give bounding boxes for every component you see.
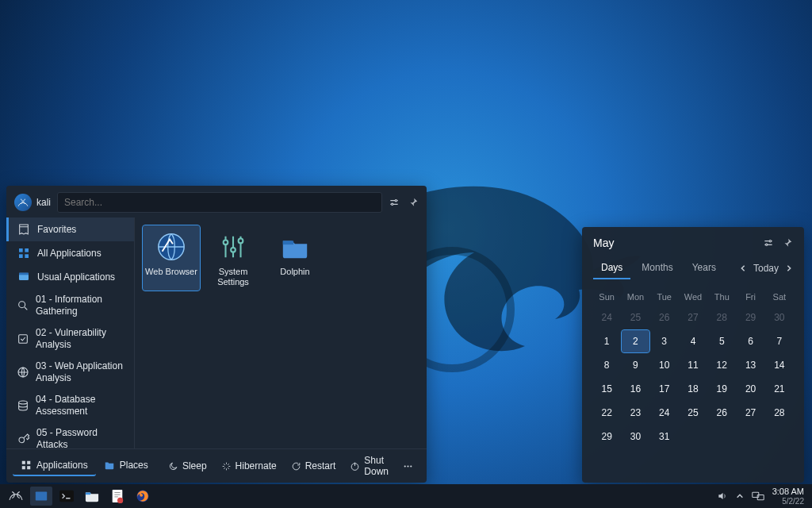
calendar-day[interactable]: 31 — [651, 425, 678, 448]
start-menu-footer: ApplicationsPlacesSleepHibernateRestartS… — [6, 448, 427, 483]
today-button[interactable]: Today — [753, 263, 779, 274]
taskbar-show-desktop[interactable] — [30, 487, 52, 506]
calendar-day[interactable]: 30 — [766, 306, 793, 329]
calendar-day[interactable]: 24 — [593, 306, 620, 329]
sidebar-item-icon — [17, 222, 31, 237]
calendar-day[interactable]: 26 — [651, 306, 678, 329]
start-menu-content: Web BrowserSystem SettingsDolphin — [135, 217, 427, 448]
svg-rect-8 — [19, 273, 29, 275]
pin-icon[interactable] — [408, 197, 419, 208]
svg-point-31 — [769, 241, 771, 242]
calendar-day[interactable]: 6 — [737, 330, 764, 352]
calendar-day[interactable]: 4 — [680, 330, 707, 352]
calendar-day[interactable]: 13 — [737, 354, 764, 376]
calendar-day[interactable]: 25 — [622, 306, 649, 329]
sidebar-item[interactable]: 03 - Web Application Analysis — [6, 356, 134, 389]
calendar-day[interactable]: 9 — [622, 354, 649, 376]
sidebar-item[interactable]: All Applications — [6, 241, 134, 265]
svg-point-28 — [404, 465, 406, 467]
tray-clock[interactable]: 3:08 AM 5/2/22 — [772, 487, 804, 505]
taskbar-firefox[interactable] — [132, 487, 154, 506]
calendar-day[interactable]: 28 — [766, 402, 793, 424]
sidebar-item[interactable]: Usual Applications — [6, 265, 134, 289]
calendar-day[interactable]: 15 — [593, 378, 620, 400]
calendar-day[interactable]: 28 — [708, 306, 735, 329]
calendar-day[interactable]: 14 — [766, 354, 793, 376]
calendar-day[interactable]: 24 — [651, 402, 678, 424]
chevron-right-icon[interactable] — [785, 264, 793, 272]
sidebar-item-icon — [17, 398, 29, 413]
more-icon[interactable] — [396, 459, 420, 474]
calendar-day[interactable]: 25 — [680, 402, 707, 424]
power-button[interactable]: Sleep — [161, 458, 214, 474]
start-menu-sidebar: FavoritesAll ApplicationsUsual Applicati… — [6, 217, 135, 448]
calendar-day[interactable]: 23 — [622, 402, 649, 424]
settings-icon[interactable] — [763, 237, 774, 248]
calendar-tab[interactable]: Years — [684, 257, 724, 279]
power-label: Sleep — [182, 460, 207, 471]
calendar-day[interactable]: 8 — [593, 354, 620, 376]
calendar-day[interactable]: 29 — [737, 306, 764, 329]
sidebar-item[interactable]: 04 - Database Assessment — [6, 389, 134, 422]
power-button[interactable]: Shut Down — [343, 452, 396, 479]
clock-time: 3:08 AM — [772, 487, 804, 496]
calendar-day[interactable]: 11 — [680, 354, 707, 376]
calendar-day[interactable]: 18 — [680, 378, 707, 400]
calendar-day[interactable]: 10 — [651, 354, 678, 376]
sidebar-item-label: Usual Applications — [37, 271, 115, 283]
calendar-day[interactable]: 21 — [766, 378, 793, 400]
search-input[interactable] — [58, 197, 381, 208]
sidebar-item[interactable]: 05 - Password Attacks — [6, 422, 134, 448]
calendar-dow: Sat — [766, 289, 793, 305]
calendar-day[interactable]: 20 — [737, 378, 764, 400]
svg-point-21 — [239, 239, 243, 244]
calendar-day[interactable]: 1 — [593, 330, 620, 352]
svg-rect-26 — [27, 466, 30, 469]
calendar-tab[interactable]: Days — [593, 257, 630, 279]
calendar-day[interactable]: 17 — [651, 378, 678, 400]
footer-tab[interactable]: Applications — [13, 456, 96, 476]
taskbar-files[interactable] — [81, 487, 103, 506]
power-icon — [168, 461, 178, 471]
calendar-day[interactable]: 7 — [766, 330, 793, 352]
calendar-dow: Mon — [622, 289, 649, 305]
svg-rect-23 — [22, 461, 25, 464]
sidebar-item[interactable]: 01 - Information Gathering — [6, 289, 134, 322]
user-avatar-icon — [14, 194, 32, 211]
pin-icon[interactable] — [782, 237, 793, 248]
calendar-day[interactable]: 16 — [622, 378, 649, 400]
calendar-day[interactable]: 5 — [708, 330, 735, 352]
chevron-left-icon[interactable] — [739, 264, 747, 272]
taskbar-texteditor[interactable] — [106, 487, 128, 506]
power-button[interactable]: Restart — [284, 458, 343, 474]
calendar-day[interactable]: 12 — [708, 354, 735, 376]
calendar-day[interactable]: 19 — [708, 378, 735, 400]
tray-network-icon[interactable] — [752, 491, 764, 502]
calendar-day[interactable]: 22 — [593, 402, 620, 424]
sidebar-item-icon — [17, 432, 30, 446]
app-tile[interactable]: Web Browser — [143, 225, 200, 291]
calendar-day[interactable]: 30 — [622, 425, 649, 448]
sidebar-item-label: 03 - Web Application Analysis — [36, 360, 126, 384]
calendar-day[interactable]: 27 — [680, 306, 707, 329]
calendar-tab[interactable]: Months — [634, 257, 680, 279]
calendar-day[interactable]: 2 — [622, 330, 649, 352]
start-button[interactable] — [5, 487, 27, 506]
app-tile[interactable]: System Settings — [205, 225, 262, 291]
tray-chevron-up-icon[interactable] — [736, 492, 744, 500]
app-label: Web Browser — [145, 267, 197, 277]
calendar-day[interactable]: 3 — [651, 330, 678, 352]
search-field[interactable] — [57, 192, 382, 213]
calendar-day[interactable]: 29 — [593, 425, 620, 448]
settings-icon[interactable] — [389, 197, 400, 208]
calendar-day[interactable]: 27 — [737, 402, 764, 424]
user-chip[interactable]: kali — [14, 194, 51, 211]
footer-tab[interactable]: Places — [96, 456, 156, 476]
taskbar-terminal[interactable] — [56, 487, 78, 506]
sidebar-item[interactable]: Favorites — [6, 217, 134, 241]
app-tile[interactable]: Dolphin — [266, 225, 324, 291]
tray-volume-icon[interactable] — [717, 491, 728, 502]
sidebar-item[interactable]: 02 - Vulnerability Analysis — [6, 322, 134, 356]
power-button[interactable]: Hibernate — [214, 458, 284, 474]
calendar-day[interactable]: 26 — [708, 402, 735, 424]
